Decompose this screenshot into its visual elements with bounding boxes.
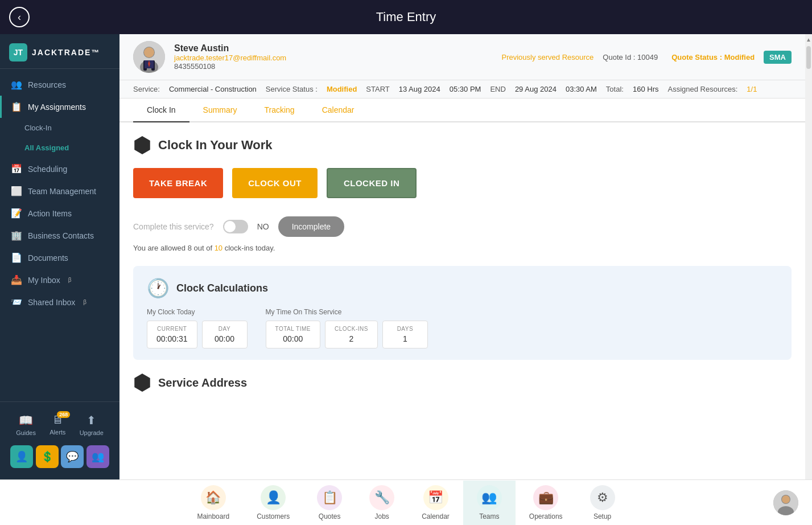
start-time: 05:30 PM bbox=[450, 85, 481, 93]
bottom-nav-operations[interactable]: 💼 Operations bbox=[516, 481, 576, 525]
svg-point-7 bbox=[144, 47, 154, 58]
total-label: Total: bbox=[606, 85, 624, 93]
end-label: END bbox=[490, 85, 505, 93]
sidebar-item-my-inbox[interactable]: 📥 My Inbox β bbox=[0, 269, 119, 291]
customers-icon-circle: 👤 bbox=[261, 485, 286, 510]
clock-calculations: 🕐 Clock Calculations My Clock Today CURR… bbox=[133, 266, 792, 360]
sidebar-item-documents[interactable]: 📄 Documents bbox=[0, 247, 119, 269]
my-clock-today-label: My Clock Today bbox=[147, 308, 248, 316]
service-info-bar: Service: Commercial - Construction Servi… bbox=[119, 80, 805, 99]
shared-inbox-badge: β bbox=[83, 299, 86, 305]
quote-status: Quote Status : Modified bbox=[671, 53, 755, 61]
service-status-value: Modified bbox=[327, 85, 357, 93]
logo-text: JACKTRADE™ bbox=[32, 48, 100, 57]
bottom-nav-calendar[interactable]: 📅 Calendar bbox=[408, 481, 463, 525]
total-value: 160 Hrs bbox=[633, 85, 659, 93]
start-label: START bbox=[366, 85, 389, 93]
section-icon bbox=[133, 136, 151, 154]
bottom-nav-jobs[interactable]: 🔧 Jobs bbox=[356, 481, 408, 525]
logo-icon: JT bbox=[9, 43, 27, 61]
incomplete-button[interactable]: Incomplete bbox=[278, 216, 344, 237]
quotes-icon: 📋 bbox=[322, 490, 337, 505]
clock-in-content: Clock In Your Work TAKE BREAK CLOCK OUT … bbox=[119, 122, 805, 479]
tab-calendar[interactable]: Calendar bbox=[308, 99, 368, 121]
profile-name: Steve Austin bbox=[174, 43, 492, 54]
sidebar-item-all-assigned[interactable]: All Assigned bbox=[0, 138, 119, 158]
toggle-status: NO bbox=[257, 222, 269, 231]
sidebar-nav: 👥 Resources 📋 My Assignments Clock-In Al… bbox=[0, 69, 119, 401]
my-clock-today-cells: CURRENT 00:00:31 DAY 00:00 bbox=[147, 321, 248, 348]
tab-clock-in[interactable]: Clock In bbox=[133, 99, 189, 121]
bottom-nav-mainboard[interactable]: 🏠 Mainboard bbox=[183, 481, 243, 525]
complete-service-row: Complete this service? NO Incomplete bbox=[133, 216, 792, 237]
upgrade-button[interactable]: ⬆ Upgrade bbox=[80, 413, 104, 436]
top-bar: ‹ Time Entry bbox=[0, 0, 812, 34]
chat-icon: 💬 bbox=[66, 450, 79, 463]
dollar-icon: 💲 bbox=[41, 450, 53, 463]
sidebar-item-action-items[interactable]: 📝 Action Items bbox=[0, 202, 119, 224]
tab-tracking[interactable]: Tracking bbox=[250, 99, 308, 121]
group-button[interactable]: 👥 bbox=[86, 445, 109, 468]
my-assignments-icon: 📋 bbox=[11, 101, 22, 112]
back-button[interactable]: ‹ bbox=[9, 7, 30, 27]
mainboard-icon: 🏠 bbox=[205, 490, 221, 505]
my-clock-today-group: My Clock Today CURRENT 00:00:31 DAY 00:0… bbox=[147, 308, 248, 348]
avatar bbox=[133, 41, 165, 73]
calc-header: 🕐 Clock Calculations bbox=[147, 277, 778, 299]
scrollbar[interactable]: ▲ ▼ bbox=[805, 34, 812, 479]
alerts-button[interactable]: 🖥 268 Alerts bbox=[50, 413, 65, 436]
billing-button[interactable]: 💲 bbox=[36, 445, 59, 468]
clock-icon: 🕐 bbox=[147, 277, 170, 299]
complete-service-toggle[interactable] bbox=[223, 220, 248, 233]
days-cell: DAYS 1 bbox=[382, 321, 428, 348]
service-label: Service: bbox=[133, 85, 160, 93]
service-address-header: Service Address bbox=[133, 374, 792, 392]
end-date: 29 Aug 2024 bbox=[515, 85, 557, 93]
scroll-up-arrow[interactable]: ▲ bbox=[805, 35, 812, 44]
quote-id: Quote Id : 10049 bbox=[603, 53, 658, 61]
user-profile-button[interactable]: 👤 bbox=[10, 445, 33, 468]
sidebar-item-business-contacts[interactable]: 🏢 Business Contacts bbox=[0, 224, 119, 247]
scrollbar-thumb[interactable] bbox=[806, 46, 811, 69]
clocked-in-button[interactable]: CLOCKED IN bbox=[327, 168, 417, 198]
guides-icon: 📖 bbox=[19, 413, 33, 427]
sma-badge: SMA bbox=[764, 51, 792, 64]
service-address-title: Service Address bbox=[158, 376, 247, 389]
sidebar: JT JACKTRADE™ 👥 Resources 📋 My Assignmen… bbox=[0, 34, 119, 479]
bottom-nav-customers[interactable]: 👤 Customers bbox=[243, 481, 303, 525]
logo: JT JACKTRADE™ bbox=[0, 34, 119, 69]
start-date: 13 Aug 2024 bbox=[399, 85, 440, 93]
mainboard-icon-circle: 🏠 bbox=[201, 485, 226, 510]
bottom-nav-avatar[interactable] bbox=[773, 490, 798, 515]
business-contacts-icon: 🏢 bbox=[11, 230, 22, 241]
clock-ins-cell: CLOCK-INS 2 bbox=[325, 321, 378, 348]
tab-summary[interactable]: Summary bbox=[189, 99, 251, 121]
current-cell: CURRENT 00:00:31 bbox=[147, 321, 197, 348]
upgrade-icon: ⬆ bbox=[86, 413, 96, 427]
bottom-nav-teams[interactable]: 👥 Teams bbox=[463, 481, 516, 525]
user-icon: 👤 bbox=[15, 450, 28, 463]
calc-title: Clock Calculations bbox=[176, 282, 268, 294]
sidebar-item-clock-in[interactable]: Clock-In bbox=[0, 118, 119, 138]
tabs-bar: Clock In Summary Tracking Calendar bbox=[119, 99, 805, 122]
previously-served: Previously served Resource bbox=[501, 53, 593, 61]
profile-phone: 8435550108 bbox=[174, 62, 492, 71]
chat-button[interactable]: 💬 bbox=[61, 445, 84, 468]
bottom-nav-quotes[interactable]: 📋 Quotes bbox=[303, 481, 356, 525]
teams-icon-circle: 👥 bbox=[477, 485, 502, 510]
clock-out-button[interactable]: CLOCK OUT bbox=[232, 168, 318, 198]
end-time: 03:30 AM bbox=[566, 85, 597, 93]
sidebar-item-scheduling[interactable]: 📅 Scheduling bbox=[0, 158, 119, 180]
take-break-button[interactable]: TAKE BREAK bbox=[133, 168, 223, 198]
sidebar-item-resources[interactable]: 👥 Resources bbox=[0, 73, 119, 96]
sidebar-item-shared-inbox[interactable]: 📨 Shared Inbox β bbox=[0, 291, 119, 313]
service-address-icon bbox=[133, 374, 151, 392]
day-cell: DAY 00:00 bbox=[202, 321, 248, 348]
sidebar-item-team-management[interactable]: ⬜ Team Management bbox=[0, 180, 119, 202]
guides-button[interactable]: 📖 Guides bbox=[16, 413, 36, 436]
jobs-icon-circle: 🔧 bbox=[369, 485, 394, 510]
bottom-nav-setup[interactable]: ⚙ Setup bbox=[576, 481, 629, 525]
calendar-icon-circle: 📅 bbox=[423, 485, 448, 510]
bottom-nav: 🏠 Mainboard 👤 Customers 📋 Quotes 🔧 Jobs … bbox=[0, 479, 812, 525]
sidebar-item-my-assignments[interactable]: 📋 My Assignments bbox=[0, 96, 119, 118]
